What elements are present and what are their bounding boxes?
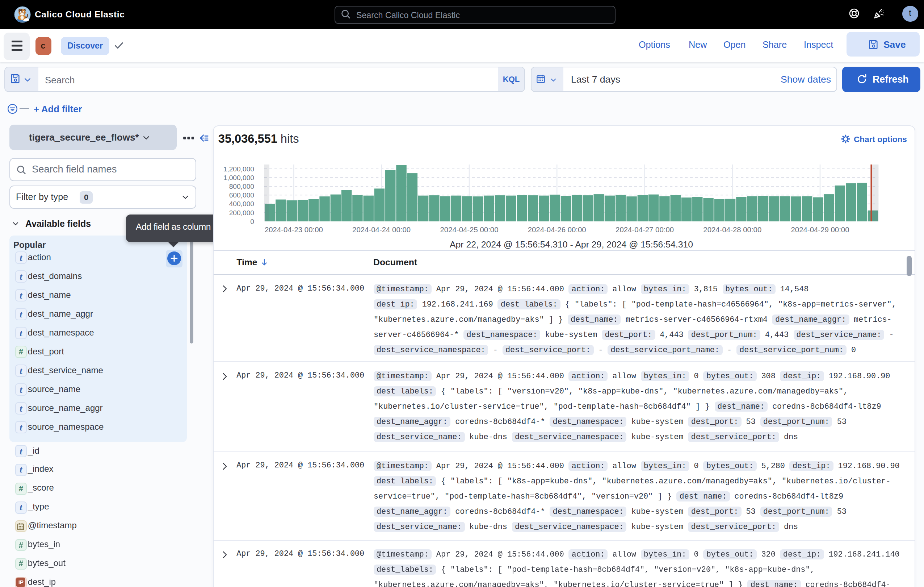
svg-text:800,000: 800,000 (229, 183, 254, 190)
svg-text:1,200,000: 1,200,000 (223, 165, 254, 173)
svg-text:200,000: 200,000 (229, 209, 254, 217)
svg-text:1,000,000: 1,000,000 (223, 174, 254, 182)
svg-text:2024-04-25 00:00: 2024-04-25 00:00 (440, 226, 498, 234)
svg-text:2024-04-26 00:00: 2024-04-26 00:00 (528, 226, 586, 234)
svg-text:Apr 22, 2024 @ 15:56:54.310 -: Apr 22, 2024 @ 15:56:54.310 - Apr 29, 20… (450, 240, 693, 249)
svg-text:400,000: 400,000 (229, 200, 254, 208)
svg-text:2024-04-28 00:00: 2024-04-28 00:00 (703, 226, 761, 234)
svg-text:2024-04-24 00:00: 2024-04-24 00:00 (352, 226, 411, 234)
svg-text:2024-04-23 00:00: 2024-04-23 00:00 (265, 226, 323, 234)
svg-text:600,000: 600,000 (229, 191, 254, 199)
svg-text:2024-04-27 00:00: 2024-04-27 00:00 (615, 226, 674, 234)
svg-text:0: 0 (250, 218, 254, 225)
svg-text:2024-04-29 00:00: 2024-04-29 00:00 (791, 226, 850, 234)
